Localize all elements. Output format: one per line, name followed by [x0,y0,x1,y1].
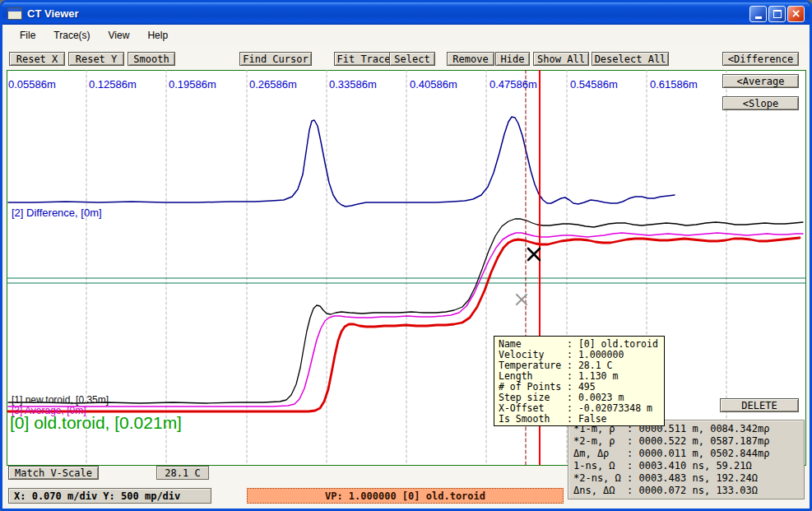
titlebar[interactable]: CT Viewer × [2,2,810,25]
app-icon [7,7,22,20]
x-axis-label: 0.33586m [329,78,377,91]
find-cursor-button[interactable]: Find Cursor [239,52,312,66]
x-axis-label: 0.40586m [410,78,457,91]
measurement-line: 1-ns, Ω : 0003.410 ns, 59.21Ω [573,460,799,472]
close-button[interactable]: × [787,6,805,22]
menu-view[interactable]: View [100,26,139,44]
minimize-icon [755,16,762,19]
measurements-panel: *1-m, ρ : 0000.511 m, 0084.342mρ *2-m, ρ… [568,420,805,499]
x-axis-label: 0.54586m [570,78,618,91]
measurement-line: Δm, Δρ : 0000.011 m, 0502.844mρ [573,448,799,460]
deselect-all-button[interactable]: Deselect All [592,52,669,66]
average-button[interactable]: <Average [722,74,799,88]
difference-button[interactable]: <Difference [722,52,799,66]
measurement-line: *2-m, ρ : 0000.522 m, 0587.187mρ [573,435,799,448]
reset-x-button[interactable]: Reset X [9,52,65,66]
menu-help[interactable]: Help [138,26,177,44]
scale-readout: X: 0.070 m/div Y: 500 mp/div [8,488,211,504]
maximize-button[interactable] [768,6,786,22]
x-axis-label: 0.26586m [249,78,297,91]
menu-traces[interactable]: Trace(s) [44,26,99,44]
trace-label-old-toroid-selected[interactable]: [0] old.toroid, [0.021m] [10,413,182,433]
window-controls: × [748,6,805,22]
app-window: CT Viewer × File Trace(s) View Help Rese… [0,0,812,511]
x-axis-label: 0.12586m [89,78,137,91]
minimize-button[interactable] [749,6,767,22]
window-title: CT Viewer [27,7,748,20]
tooltip-line-is-smooth: Is Smooth : False [499,414,660,425]
trace-info-tooltip: Name : [0] old.toroid Velocity : 1.00000… [494,336,665,426]
remove-button[interactable]: Remove [447,52,494,66]
maximize-icon [773,10,782,18]
menu-file[interactable]: File [11,26,44,44]
temperature-readout: 28.1 C [156,466,209,480]
close-icon: × [791,7,801,19]
x-axis-label: 0.47586m [490,78,537,91]
fit-trace-button[interactable]: Fit Trace [334,52,393,66]
trace-label-new-toroid[interactable]: [1] new.toroid, [0.35m] [12,394,109,406]
x-axis-label: 0.05586m [8,78,56,91]
vp-readout: VP: 1.000000 [0] old.toroid [247,488,564,504]
x-axis-label: 0.19586m [169,78,216,91]
slope-button[interactable]: <Slope [722,96,799,110]
trace-label-difference[interactable]: [2] Difference, [0m] [12,207,102,219]
match-v-scale-button[interactable]: Match V-Scale [8,466,99,480]
x-axis-label: 0.61586m [650,78,698,91]
menu-bar: File Trace(s) View Help [2,25,810,46]
smooth-button[interactable]: Smooth [128,52,175,66]
reset-y-button[interactable]: Reset Y [68,52,124,66]
measurement-line: Δns, ΔΩ : 0000.072 ns, 133.03Ω [573,485,799,497]
trace-plot[interactable] [7,70,806,465]
measurement-line: *2-ns, Ω : 0003.483 ns, 192.24Ω [573,472,799,485]
delete-button[interactable]: DELETE [720,398,799,412]
select-button[interactable]: Select [389,52,435,66]
show-all-button[interactable]: Show All [533,52,589,66]
hide-button[interactable]: Hide [495,52,530,66]
